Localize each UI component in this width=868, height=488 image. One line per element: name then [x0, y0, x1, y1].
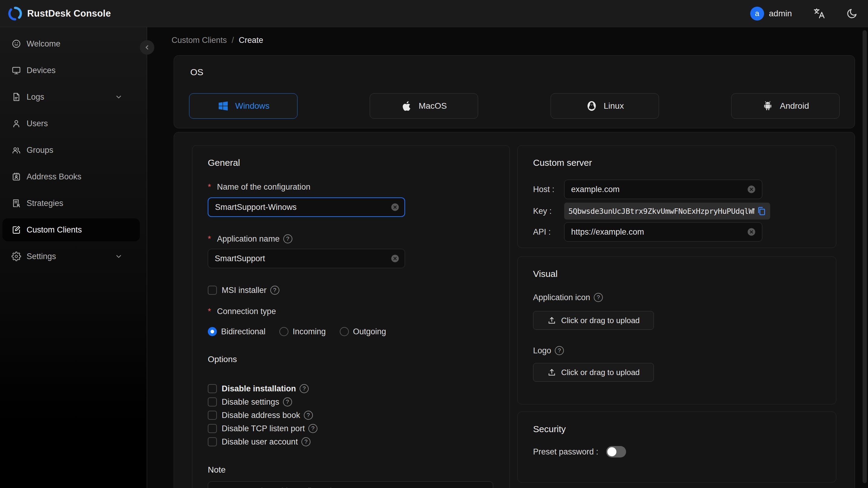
option-row: Disable settings — [208, 397, 292, 407]
logo-upload-button[interactable]: Click or drag to upload — [533, 363, 654, 382]
sidebar-item-groups[interactable]: Groups — [2, 139, 140, 161]
gear-icon — [11, 251, 21, 261]
key-row: Key : 5Qbwsde3unUcJBtrx9ZkvUmwFNoExHzpry… — [533, 203, 824, 219]
sidebar-item-settings[interactable]: Settings — [2, 245, 140, 268]
os-button-linux[interactable]: Linux — [551, 93, 659, 119]
smiley-icon — [11, 39, 21, 49]
help-icon[interactable] — [270, 286, 279, 295]
sidebar-item-label: Address Books — [27, 172, 82, 182]
custom-server-section: Custom server Host : Key : 5Qbwsde3unUcJ… — [517, 145, 836, 248]
help-icon[interactable] — [300, 384, 309, 393]
sidebar-item-address-books[interactable]: Address Books — [2, 165, 140, 188]
clear-input-icon[interactable] — [391, 254, 400, 263]
logo-label: Logo — [533, 346, 564, 355]
option-row: Disable installation — [208, 384, 309, 394]
dark-mode-moon-icon[interactable] — [846, 8, 858, 19]
disable-settings-checkbox[interactable] — [208, 397, 217, 406]
sidebar-item-label: Devices — [27, 66, 56, 75]
edit-icon — [11, 225, 21, 235]
configuration-card: General Name of the configuration Applic… — [174, 132, 855, 488]
preset-password-toggle[interactable] — [606, 446, 626, 458]
clear-input-icon[interactable] — [747, 185, 756, 194]
chevron-down-icon — [115, 252, 123, 261]
os-button-label: Android — [780, 101, 809, 111]
app-name-input[interactable] — [208, 249, 405, 268]
vertical-scrollbar[interactable] — [863, 30, 867, 483]
radio-icon — [279, 327, 288, 336]
sidebar-item-users[interactable]: Users — [2, 112, 140, 135]
sidebar-item-custom-clients[interactable]: Custom Clients — [2, 218, 140, 241]
sidebar-item-label: Logs — [27, 92, 44, 102]
config-name-label: Name of the configuration — [208, 182, 310, 191]
breadcrumb-separator: / — [231, 36, 234, 45]
sidebar-item-label: Groups — [27, 146, 54, 155]
avatar[interactable]: a — [750, 7, 764, 21]
security-title: Security — [533, 424, 566, 434]
help-icon[interactable] — [283, 234, 292, 243]
visual-title: Visual — [533, 269, 558, 279]
os-button-label: Windows — [235, 101, 270, 111]
options-title: Options — [208, 355, 237, 364]
connection-type-radios: Bidirectional Incoming Outgoing — [208, 327, 386, 336]
sidebar-item-label: Strategies — [27, 199, 63, 208]
api-input[interactable] — [564, 222, 762, 242]
msi-installer-label: MSI installer — [222, 286, 267, 295]
disable-address-book-checkbox[interactable] — [208, 411, 217, 420]
os-button-android[interactable]: Android — [731, 93, 840, 119]
rustdesk-logo — [8, 6, 22, 21]
help-icon[interactable] — [283, 397, 292, 406]
key-value: 5Qbwsde3unUcJBtrx9ZkvUmwFNoExHzpryHuPUdq… — [568, 207, 754, 216]
copy-icon[interactable] — [756, 206, 767, 216]
linux-penguin-icon — [586, 100, 598, 112]
os-button-windows[interactable]: Windows — [189, 93, 298, 119]
sidebar-item-label: Welcome — [27, 39, 60, 49]
preset-password-row: Preset password : — [533, 446, 626, 458]
breadcrumb-parent[interactable]: Custom Clients — [172, 36, 227, 45]
sidebar-item-welcome[interactable]: Welcome — [2, 32, 140, 55]
note-textarea[interactable] — [208, 481, 493, 488]
disable-installation-checkbox[interactable] — [208, 384, 217, 393]
os-button-label: MacOS — [418, 101, 447, 111]
radio-bidirectional[interactable]: Bidirectional — [208, 327, 266, 336]
help-icon[interactable] — [555, 346, 564, 355]
radio-outgoing[interactable]: Outgoing — [340, 327, 386, 336]
upload-icon — [547, 316, 556, 325]
connection-type-label: Connection type — [208, 307, 276, 316]
os-card: OS Windows MacOS — [174, 55, 855, 128]
strategy-icon — [11, 199, 21, 208]
disable-tcp-listen-port-checkbox[interactable] — [208, 424, 217, 433]
translate-icon[interactable] — [813, 7, 825, 20]
clear-input-icon[interactable] — [391, 203, 400, 212]
sidebar-item-strategies[interactable]: Strategies — [2, 192, 140, 215]
option-row: Disable address book — [208, 410, 313, 420]
sidebar-item-label: Custom Clients — [27, 225, 82, 235]
help-icon[interactable] — [304, 411, 313, 420]
radio-selected-icon — [208, 327, 217, 336]
os-button-macos[interactable]: MacOS — [370, 93, 478, 119]
clear-input-icon[interactable] — [747, 227, 756, 237]
general-section: General Name of the configuration Applic… — [192, 145, 510, 488]
help-icon[interactable] — [302, 437, 310, 446]
help-icon[interactable] — [308, 424, 317, 433]
top-bar: RustDesk Console a admin — [0, 0, 868, 27]
option-row: Disable TCP listen port — [208, 423, 317, 434]
application-icon-label: Application icon — [533, 293, 603, 302]
host-input[interactable] — [564, 180, 762, 199]
option-row: Disable user account — [208, 437, 310, 447]
sidebar-item-logs[interactable]: Logs — [2, 86, 140, 109]
upload-button-label: Click or drag to upload — [561, 316, 640, 325]
app-icon-upload-button[interactable]: Click or drag to upload — [533, 311, 654, 330]
radio-incoming[interactable]: Incoming — [279, 327, 326, 336]
windows-logo-icon — [217, 100, 229, 112]
sidebar-collapse-button[interactable] — [140, 40, 154, 55]
breadcrumb: Custom Clients / Create — [172, 36, 264, 45]
disable-user-account-checkbox[interactable] — [208, 437, 217, 446]
config-name-input[interactable] — [208, 197, 405, 217]
sidebar-item-devices[interactable]: Devices — [2, 59, 140, 82]
msi-installer-checkbox[interactable] — [208, 286, 217, 295]
user-name[interactable]: admin — [769, 9, 792, 19]
host-label: Host : — [533, 185, 564, 194]
os-button-label: Linux — [604, 101, 624, 111]
help-icon[interactable] — [594, 293, 603, 302]
os-card-title: OS — [190, 67, 203, 77]
